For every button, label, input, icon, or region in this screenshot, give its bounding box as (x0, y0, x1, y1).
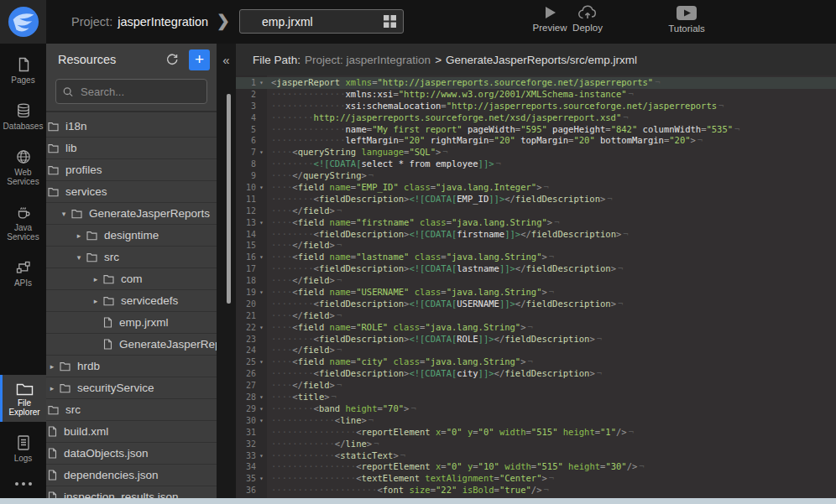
sidebar-item-label: Java Services (0, 223, 46, 242)
fold-toggle-icon[interactable]: ▾ (256, 403, 267, 415)
fold-toggle-icon[interactable]: ▾ (256, 450, 267, 462)
line-number: 15 (236, 240, 256, 252)
sidebar-item-apis[interactable]: APIs (0, 253, 46, 293)
code-line: 35▾················<textElement textAlig… (236, 473, 836, 485)
file-icon (48, 426, 57, 437)
folder-icon (48, 165, 59, 175)
sidebar-item-pages[interactable]: Pages (0, 50, 46, 90)
horizontal-scrollbar[interactable] (0, 498, 836, 504)
open-file-selector[interactable]: emp.jrxml (239, 9, 404, 34)
search-area (46, 75, 217, 112)
tree-item-label: dependencies.json (64, 469, 159, 481)
search-icon (63, 86, 73, 97)
fold-toggle-icon[interactable]: ▾ (256, 287, 267, 299)
code-line: 20········<fieldDescription><![CDATA[USE… (236, 299, 836, 310)
fold-toggle-icon[interactable]: ▾ (256, 252, 267, 263)
tree-item-label: designtime (104, 229, 159, 242)
code-line: 24····</field>¬ (236, 345, 836, 356)
sidebar-item-databases[interactable]: Databases (0, 96, 46, 136)
file-path-separator: > (435, 54, 442, 66)
preview-button[interactable]: Preview (529, 5, 571, 33)
fold-spacer (256, 240, 267, 252)
fold-toggle-icon[interactable]: ▾ (256, 77, 267, 89)
code-line: 8········<![CDATA[select * from employee… (236, 158, 836, 170)
tree-item-label: profiles (65, 164, 102, 176)
tree-item-label: i18n (65, 120, 87, 132)
code-line: 25▾····<field name="city" class="java.la… (236, 356, 836, 368)
chevron-down-icon[interactable]: ▾ (60, 210, 68, 218)
grid-icon[interactable] (384, 15, 396, 28)
wavemaker-logo[interactable] (0, 0, 46, 44)
top-bar: Project: jasperIntegration ❯ emp.jrxml P… (0, 0, 836, 44)
deploy-label: Deploy (572, 23, 603, 33)
tutorials-button[interactable]: Tutorials (666, 5, 708, 34)
tree-item[interactable]: ▸hrdb (46, 356, 217, 377)
fold-toggle-icon[interactable]: ▾ (256, 147, 267, 158)
code-line: 4········http://jasperreports.sourceforg… (236, 112, 836, 124)
fold-toggle-icon[interactable]: ▾ (256, 356, 267, 368)
chevron-right-icon[interactable]: ▸ (91, 297, 100, 305)
search-input[interactable] (79, 85, 200, 99)
sidebar-item-label: Web Services (0, 168, 46, 186)
fold-toggle-icon[interactable]: ▾ (256, 473, 267, 485)
fold-spacer (256, 263, 267, 275)
fold-spacer (256, 205, 267, 217)
fold-toggle-icon[interactable]: ▾ (256, 322, 267, 334)
tree-item[interactable]: emp.jrxml (46, 312, 217, 334)
left-rail: Pages Databases Web Services (0, 44, 46, 504)
collapse-panel-icon[interactable]: « (217, 44, 236, 75)
tree-item[interactable]: build.xml (46, 421, 217, 443)
code-line: 5··············name="My first report" pa… (236, 124, 836, 136)
folder-icon (48, 122, 59, 132)
tree-scrollbar[interactable] (227, 94, 231, 304)
line-number: 18 (236, 275, 256, 287)
search-box[interactable] (55, 79, 207, 104)
tree-item[interactable]: src (46, 399, 217, 421)
sidebar-item-label: Logs (14, 454, 33, 463)
tree-item[interactable]: ▾GenerateJasperReports (46, 203, 217, 225)
tree-item[interactable]: ▸servicedefs (46, 290, 217, 312)
code-line: 34················<reportElement x="0" y… (236, 461, 836, 473)
sidebar-item-logs[interactable]: Logs (0, 429, 46, 468)
code-line: 36····················<font size="22" is… (236, 485, 836, 496)
sidebar-item-file-explorer[interactable]: File Explorer (0, 375, 46, 422)
tree-item[interactable]: i18n (46, 116, 217, 138)
deploy-button[interactable]: Deploy (567, 5, 609, 33)
file-path-crumb: Project: jasperIntegration (305, 54, 431, 66)
line-number: 7 (236, 147, 256, 158)
video-tutorial-icon (676, 5, 698, 21)
tree-item[interactable]: profiles (46, 159, 217, 181)
folder-icon (71, 209, 82, 219)
tree-item[interactable]: GenerateJasperReports.s (46, 334, 217, 356)
chevron-right-icon[interactable]: ▸ (48, 384, 56, 392)
api-nodes-icon (15, 259, 32, 276)
code-line: 11········<fieldDescription><![CDATA[EMP… (236, 194, 836, 205)
tree-item[interactable]: ▸securityService (46, 377, 217, 399)
tree-item[interactable]: ▸designtime (46, 225, 217, 247)
chevron-right-icon[interactable]: ▸ (91, 275, 100, 283)
line-number: 13 (236, 217, 256, 229)
resource-tree: i18nlibprofilesservices▾GenerateJasperRe… (46, 116, 217, 504)
chevron-right-icon[interactable]: ▸ (48, 362, 56, 371)
line-number: 33 (236, 450, 256, 462)
tree-item[interactable]: ▸com (46, 268, 217, 290)
fold-toggle-icon[interactable]: ▾ (256, 217, 267, 229)
tree-item[interactable]: lib (46, 138, 217, 159)
fold-spacer (256, 345, 267, 356)
sidebar-item-web-services[interactable]: Web Services (0, 143, 46, 191)
tree-item[interactable]: dataObjects.json (46, 443, 217, 465)
chevron-right-icon[interactable]: ▸ (75, 231, 83, 240)
code-editor[interactable]: 1▾<jasperReport xmlns="http://jasperrepo… (236, 75, 836, 504)
refresh-button[interactable] (162, 49, 182, 70)
tree-item[interactable]: dependencies.json (46, 465, 217, 486)
tree-item[interactable]: ▾src (46, 247, 217, 268)
fold-toggle-icon[interactable]: ▾ (256, 415, 267, 427)
sidebar-item-more[interactable] (0, 475, 46, 492)
add-resource-button[interactable]: + (189, 49, 210, 70)
line-number: 32 (236, 439, 256, 450)
chevron-down-icon[interactable]: ▾ (75, 253, 83, 262)
fold-toggle-icon[interactable]: ▾ (256, 392, 267, 403)
tree-item[interactable]: services (46, 181, 217, 203)
sidebar-item-java-services[interactable]: Java Services (0, 198, 46, 247)
fold-toggle-icon[interactable]: ▾ (256, 182, 267, 194)
